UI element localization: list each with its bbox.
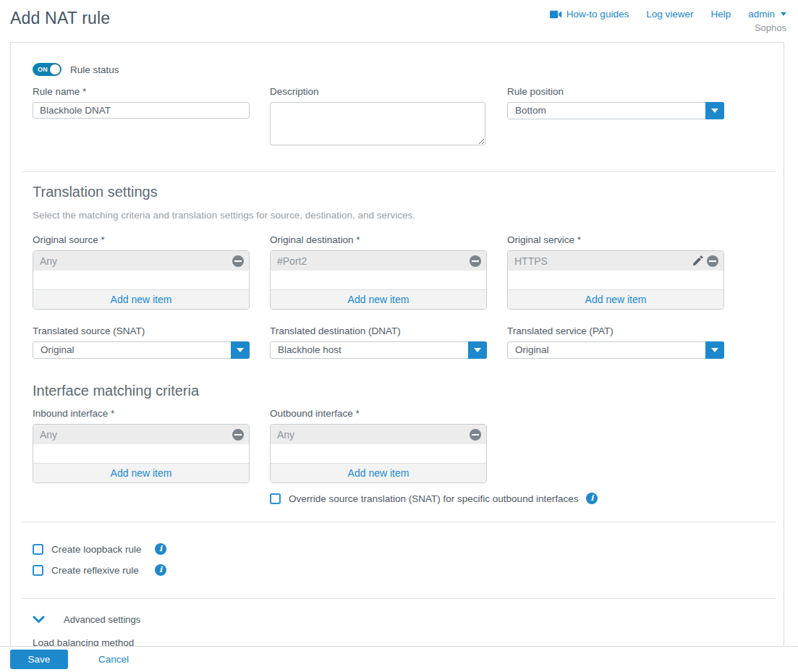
description-field-group: Description (270, 86, 487, 148)
toggle-knob (50, 64, 60, 75)
original-service-group: Original service * HTTPS Add new item (507, 234, 724, 310)
original-service-item: HTTPS (508, 251, 723, 271)
outbound-interface-group: Outbound interface * Any Add new item (270, 408, 487, 483)
rule-status-label: Rule status (70, 64, 119, 75)
translated-destination-select[interactable]: Blackhole host (270, 341, 487, 359)
inbound-interface-group: Inbound interface * Any Add new item (33, 408, 250, 483)
rule-position-caret-button[interactable] (705, 102, 724, 119)
create-reflexive-checkbox[interactable] (33, 565, 43, 576)
translated-source-label: Translated source (SNAT) (33, 326, 250, 336)
info-icon[interactable]: i (586, 493, 598, 504)
header-right: How-to guides Log viewer Help admin Soph… (550, 9, 786, 33)
translated-source-value: Original (33, 342, 249, 358)
remove-item-icon[interactable] (470, 429, 481, 441)
section-divider (22, 171, 776, 172)
original-source-add-item[interactable]: Add new item (33, 289, 249, 309)
caret-down-icon (474, 348, 481, 352)
translated-destination-caret-button[interactable] (468, 341, 487, 359)
rule-position-select[interactable]: Bottom (507, 102, 724, 119)
inbound-interface-item: Any (33, 425, 249, 444)
inbound-interface-box: Any Add new item (33, 424, 250, 483)
outbound-interface-box: Any Add new item (270, 424, 487, 483)
item-value: Any (277, 429, 470, 441)
original-source-box: Any Add new item (33, 250, 250, 310)
add-new-item-label: Add new item (585, 294, 647, 305)
outbound-interface-label: Outbound interface * (270, 408, 487, 419)
original-source-group: Original source * Any Add new item (33, 234, 250, 310)
outbound-interface-add-item[interactable]: Add new item (271, 463, 486, 482)
advanced-settings-toggle[interactable]: Advanced settings (33, 614, 762, 625)
description-textarea[interactable] (270, 102, 485, 145)
caret-down-icon (237, 348, 244, 352)
log-viewer-label: Log viewer (646, 9, 693, 20)
rule-status-toggle[interactable]: ON (33, 63, 61, 76)
original-source-item: Any (33, 251, 249, 271)
original-destination-box: #Port2 Add new item (270, 250, 487, 310)
add-new-item-label: Add new item (348, 294, 409, 305)
rule-position-label: Rule position (507, 86, 724, 97)
item-box-empty-area (33, 444, 249, 463)
override-snat-row: Override source translation (SNAT) for s… (270, 493, 762, 504)
cancel-button[interactable]: Cancel (98, 654, 129, 665)
item-value: #Port2 (277, 255, 470, 267)
add-nat-rule-form-card: ON Rule status Rule name * Description R… (10, 42, 784, 672)
translated-service-label: Translated service (PAT) (507, 326, 724, 336)
add-new-item-label: Add new item (348, 467, 409, 479)
admin-label: admin (748, 9, 775, 20)
save-button[interactable]: Save (10, 650, 68, 669)
footer-action-bar: Save Cancel (0, 646, 798, 672)
chevron-down-icon (33, 616, 45, 624)
translated-destination-value: Blackhole host (271, 342, 486, 358)
reflexive-rule-row: Create reflexive rule i (33, 564, 762, 576)
remove-item-icon[interactable] (470, 255, 481, 267)
original-service-add-item[interactable]: Add new item (508, 289, 723, 309)
info-icon[interactable]: i (155, 543, 166, 555)
item-box-empty-area (271, 271, 486, 289)
top-header: Add NAT rule How-to guides Log viewer He… (0, 0, 798, 33)
edit-item-pencil-icon[interactable] (692, 255, 703, 266)
original-destination-group: Original destination * #Port2 Add new it… (270, 234, 487, 310)
inbound-interface-label: Inbound interface * (33, 408, 250, 419)
item-value: HTTPS (514, 255, 692, 267)
original-service-box: HTTPS Add new item (507, 250, 724, 310)
translated-source-caret-button[interactable] (231, 341, 250, 359)
rule-status-row: ON Rule status (33, 63, 762, 76)
help-link[interactable]: Help (710, 9, 731, 20)
item-value: Any (40, 429, 232, 441)
inbound-interface-add-item[interactable]: Add new item (33, 463, 249, 482)
create-loopback-label: Create loopback rule (51, 544, 147, 555)
video-camera-icon (550, 10, 562, 19)
translated-source-group: Translated source (SNAT) Original (33, 326, 250, 359)
override-snat-checkbox[interactable] (270, 493, 281, 504)
rule-name-input[interactable] (33, 102, 250, 119)
howto-guides-label: How-to guides (566, 9, 629, 20)
header-links: How-to guides Log viewer Help admin (550, 9, 786, 20)
translated-destination-label: Translated destination (DNAT) (270, 326, 487, 336)
create-loopback-checkbox[interactable] (33, 544, 43, 555)
rule-position-value: Bottom (508, 103, 723, 119)
advanced-settings-label: Advanced settings (64, 614, 140, 625)
admin-menu[interactable]: admin (748, 9, 786, 20)
remove-item-icon[interactable] (707, 255, 718, 267)
original-destination-add-item[interactable]: Add new item (271, 289, 486, 309)
create-reflexive-label: Create reflexive rule (51, 565, 147, 576)
loopback-rule-row: Create loopback rule i (33, 543, 762, 555)
translated-service-caret-button[interactable] (705, 341, 724, 359)
howto-guides-link[interactable]: How-to guides (550, 9, 629, 20)
section-divider (22, 598, 776, 599)
item-box-empty-area (33, 271, 249, 289)
log-viewer-link[interactable]: Log viewer (646, 9, 693, 20)
item-value: Any (40, 255, 232, 267)
info-icon[interactable]: i (155, 564, 166, 576)
translated-service-group: Translated service (PAT) Original (507, 326, 724, 359)
remove-item-icon[interactable] (232, 429, 244, 441)
add-new-item-label: Add new item (111, 294, 172, 305)
rule-name-field-group: Rule name * (33, 86, 250, 119)
original-service-label: Original service * (507, 234, 724, 245)
translated-service-select[interactable]: Original (507, 341, 724, 359)
remove-item-icon[interactable] (232, 255, 244, 267)
original-destination-item: #Port2 (271, 251, 486, 271)
translated-source-select[interactable]: Original (33, 341, 250, 359)
original-source-label: Original source * (33, 234, 250, 245)
item-box-empty-area (271, 444, 486, 463)
